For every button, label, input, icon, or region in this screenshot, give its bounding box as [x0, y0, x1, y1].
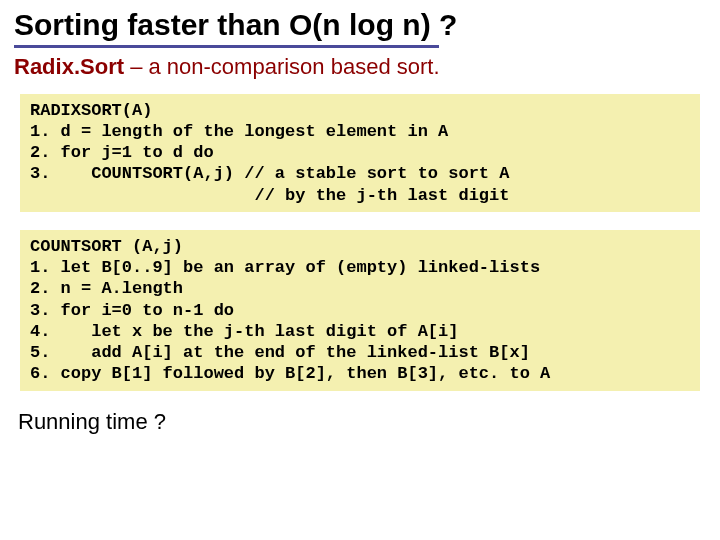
subtitle-rest: – a non-comparison based sort.	[124, 54, 440, 79]
footer-question: Running time ?	[18, 409, 706, 435]
slide-title: Sorting faster than O(n log n) ?	[14, 8, 706, 43]
slide: Sorting faster than O(n log n) ? Radix.S…	[0, 0, 720, 540]
code-block-radixsort: RADIXSORT(A) 1. d = length of the longes…	[20, 94, 700, 212]
title-underline	[14, 45, 439, 48]
code-block-countsort: COUNTSORT (A,j) 1. let B[0..9] be an arr…	[20, 230, 700, 391]
subtitle: Radix.Sort – a non-comparison based sort…	[14, 54, 706, 80]
subtitle-bold: Radix.Sort	[14, 54, 124, 79]
